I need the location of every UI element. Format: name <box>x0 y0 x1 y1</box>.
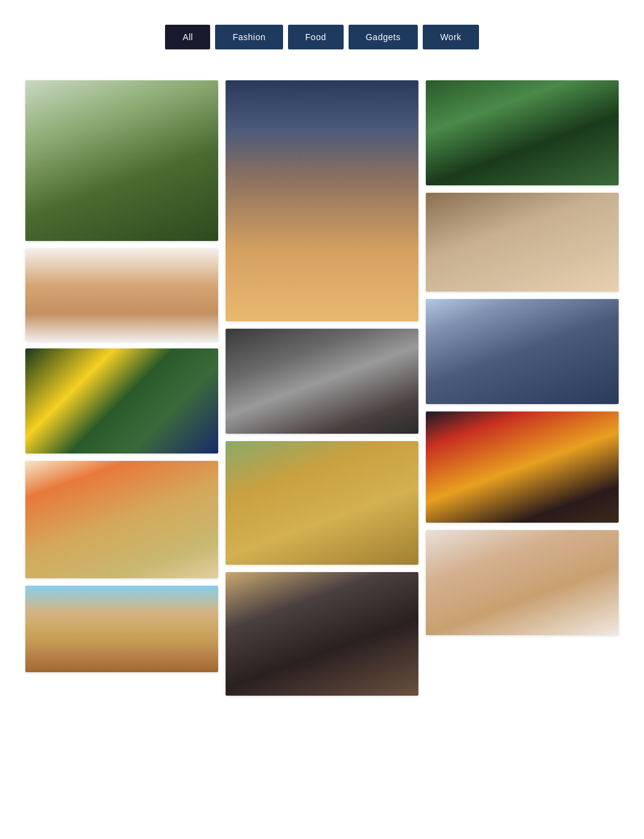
photo-card-flowers[interactable] <box>25 348 218 453</box>
gallery-column-3 <box>426 80 619 696</box>
masonry-grid <box>25 80 619 696</box>
photo-card-wolf[interactable] <box>226 329 418 434</box>
photo-card-desk[interactable] <box>25 461 218 578</box>
filter-btn-all[interactable]: All <box>165 25 210 49</box>
photo-card-cheetah[interactable] <box>226 441 418 565</box>
photo-image-cheetah <box>226 441 418 565</box>
photo-image-hamster <box>25 248 218 341</box>
photo-image-food <box>426 530 619 635</box>
photo-image-dog <box>426 193 619 292</box>
photo-image-hut <box>25 586 218 672</box>
filter-btn-fashion[interactable]: Fashion <box>215 25 282 49</box>
photo-card-dog[interactable] <box>426 193 619 292</box>
photo-image-flowers <box>25 348 218 453</box>
photo-card-grapes[interactable] <box>426 299 619 404</box>
photo-image-camera-man <box>426 80 619 185</box>
photo-card-hamster[interactable] <box>25 248 218 341</box>
photo-card-hut[interactable] <box>25 586 218 672</box>
photo-card-camera-man[interactable] <box>426 80 619 185</box>
photo-card-building[interactable] <box>226 80 418 321</box>
filter-btn-gadgets[interactable]: Gadgets <box>349 25 418 49</box>
filter-bar: AllFashionFoodGadgetsWork <box>12 12 632 62</box>
photo-image-grapes <box>426 299 619 404</box>
gallery-column-1 <box>25 80 218 696</box>
filter-btn-food[interactable]: Food <box>288 25 344 49</box>
photo-image-building <box>226 80 418 321</box>
photo-card-city-night[interactable] <box>426 411 619 523</box>
photo-card-food[interactable] <box>426 530 619 635</box>
photo-card-cameras[interactable] <box>226 572 418 696</box>
filter-btn-work[interactable]: Work <box>423 25 478 49</box>
photo-image-desk <box>25 461 218 578</box>
photo-image-forest <box>25 80 218 241</box>
photo-card-forest[interactable] <box>25 80 218 241</box>
photo-image-cameras <box>226 572 418 696</box>
photo-image-wolf <box>226 329 418 434</box>
photo-image-city-night <box>426 411 619 523</box>
gallery-column-2 <box>226 80 418 696</box>
